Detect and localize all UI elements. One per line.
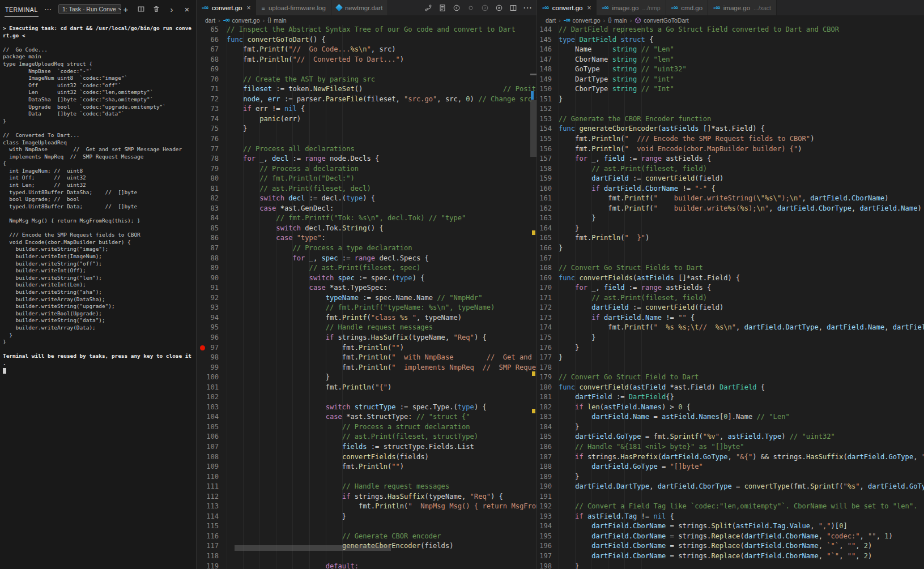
panel-more-views-icon[interactable]: ⋯: [44, 5, 52, 14]
code-text: dartField.DartType, dartField.CborType =…: [552, 482, 924, 492]
line-number: 115: [197, 521, 219, 532]
code-text: }: [552, 353, 563, 363]
breadcrumb-label: main: [274, 17, 287, 24]
more-actions-icon[interactable]: ⋯: [523, 3, 532, 12]
terminal-line: typed.Uint8Buffer Data; // []byte: [3, 203, 196, 211]
code-text: [552, 254, 559, 264]
code-line: 153// Generate the CBOR Encoder function: [537, 114, 924, 125]
code-line: 93 // fmt.Printf("typeName: %s\n", typeN…: [197, 303, 536, 313]
code-text: // Process a struct declaration: [219, 422, 470, 433]
code-line: 163 }: [537, 213, 924, 224]
split-terminal-icon[interactable]: [137, 5, 146, 14]
tab-convert.go[interactable]: -∞convert.go×: [537, 0, 597, 15]
line-number: 147: [537, 55, 552, 65]
terminal-panel: TERMINAL ⋯ 1: Task - Run Conve +›× > Exe…: [0, 0, 197, 569]
code-line: 82 switch decl := decl.(type) {: [197, 194, 536, 204]
breadcrumb-item-dart[interactable]: dart: [546, 17, 556, 24]
code-line: 194 dartField.CborName = strings.Split(a…: [537, 521, 924, 532]
terminal-line: [3, 367, 196, 375]
line-number: 180: [537, 383, 552, 393]
code-editor-middle[interactable]: 65// Inspect the Abstract Syntax Tree of…: [197, 25, 536, 569]
tabbar-middle: -∞convert.go×≡upload-firmware.lognewtmgr…: [197, 0, 536, 15]
terminal-panel-tab[interactable]: TERMINAL: [5, 1, 39, 17]
tab-upload-firmware.log[interactable]: ≡upload-firmware.log: [256, 0, 331, 15]
breadcrumb-item-convertGoToDart[interactable]: convertGoToDart: [635, 17, 688, 24]
breakpoint-icon[interactable]: [200, 345, 205, 350]
breadcrumb-item-main[interactable]: {}main: [608, 17, 627, 24]
tab-image.go[interactable]: -∞image.go.../nmp: [597, 0, 666, 15]
code-line: 169func convertFields(astFields []*ast.F…: [537, 273, 924, 284]
ruler-modified-mark: [532, 409, 535, 413]
horizontal-scrollbar[interactable]: [235, 545, 391, 551]
code-line: 111 // Handle request messages: [197, 482, 536, 492]
close-tab-icon[interactable]: ×: [587, 4, 591, 12]
code-line: 77 // Process all declarations: [197, 144, 536, 155]
code-line: 191: [537, 492, 924, 502]
line-number: 194: [537, 521, 552, 532]
code-text: func convertField(astField *ast.Field) D…: [552, 383, 765, 393]
line-number: 80: [197, 174, 219, 184]
line-number: 108: [197, 452, 219, 463]
overview-ruler-middle[interactable]: [530, 25, 536, 569]
code-line: 86 case "type":: [197, 233, 536, 243]
terminal-line: void Encode(cbor.MapBuilder builder) {: [3, 239, 196, 246]
previous-change-icon[interactable]: [452, 3, 461, 12]
go-file-icon: -∞: [713, 4, 720, 11]
change-dot-icon[interactable]: [466, 3, 475, 12]
code-text: fmt.Println(" void Encode(cbor.MapBuilde…: [552, 144, 802, 155]
code-text: [219, 392, 227, 403]
vscode-window: TERMINAL ⋯ 1: Task - Run Conve +›× > Exe…: [0, 0, 924, 569]
kill-terminal-icon[interactable]: [152, 5, 161, 14]
breadcrumb-separator: ›: [603, 17, 606, 24]
open-changes-icon[interactable]: [438, 3, 447, 12]
line-number: 177: [537, 353, 552, 363]
breadcrumb-item-convert.go[interactable]: -∞convert.go: [564, 16, 601, 24]
line-number: 164: [537, 224, 552, 234]
run-icon[interactable]: [495, 3, 504, 12]
new-terminal-icon[interactable]: +: [121, 5, 130, 14]
terminal-actions: +›×: [121, 5, 191, 14]
tab-newtmgr.dart[interactable]: newtmgr.dart: [331, 0, 388, 15]
line-number: 83: [197, 204, 219, 214]
code-editor-right[interactable]: 144// DartField represents a Go Struct F…: [537, 25, 924, 569]
next-change-icon[interactable]: [480, 3, 489, 12]
tab-convert.go[interactable]: -∞convert.go×: [197, 0, 256, 15]
code-line: 152: [537, 104, 924, 114]
terminal-line: {: [3, 160, 196, 168]
line-number: 157: [537, 154, 552, 164]
line-number: 81: [197, 184, 219, 194]
line-number: 196: [537, 541, 552, 551]
line-number: 68: [197, 55, 219, 65]
code-text: }: [552, 213, 596, 224]
breadcrumb-item-main[interactable]: {}main: [267, 17, 286, 24]
breadcrumb-item-dart[interactable]: dart: [205, 17, 215, 24]
breadcrumb-item-convert.go[interactable]: -∞convert.go: [223, 16, 260, 24]
terminal-line: // Converted To Dart...: [3, 132, 196, 139]
tab-label: convert.go: [212, 5, 242, 11]
source-control-compare-icon[interactable]: [424, 3, 433, 12]
code-line: 107 fields := structType.Fields.List: [197, 442, 536, 452]
code-line: 105 // Process a struct declaration: [197, 422, 536, 433]
code-text: dartField.GoType = "[]byte": [552, 462, 703, 472]
code-text: dartField.CborName = strings.Replace(dar…: [552, 541, 872, 551]
close-panel-icon[interactable]: ×: [182, 5, 191, 14]
terminal-output[interactable]: > Executing task: cd dart && /usr/local/…: [3, 25, 196, 569]
go-file-icon: -∞: [202, 4, 208, 11]
split-editor-icon[interactable]: [509, 3, 518, 12]
terminal-task-selector[interactable]: 1: Task - Run Conve: [58, 4, 121, 14]
vertical-scrollbar-thumb[interactable]: [530, 100, 536, 157]
code-text: fmt.Printf(" %s %s;\t// %s\n", dartField…: [552, 323, 924, 333]
terminal-line: builder.writeString("len");: [3, 275, 196, 282]
tab-cmd.go[interactable]: -∞cmd.go: [666, 0, 708, 15]
close-tab-icon[interactable]: ×: [246, 4, 250, 12]
tab-image.go[interactable]: -∞image.go.../xact: [708, 0, 777, 15]
code-text: [219, 134, 227, 144]
code-line: 171 // ast.Print(fileset, field): [537, 293, 924, 303]
terminal-line: [3, 39, 196, 46]
code-text: // Generate the CBOR Encoder function: [552, 114, 711, 125]
maximize-panel-icon[interactable]: ›: [167, 5, 176, 14]
code-line: 81 // ast.Print(fileset, decl): [197, 184, 536, 194]
code-text: if dartField.Name != "" {: [552, 313, 695, 323]
code-line: 174 fmt.Printf(" %s %s;\t// %s\n", dartF…: [537, 323, 924, 333]
log-file-icon: ≡: [261, 5, 265, 11]
